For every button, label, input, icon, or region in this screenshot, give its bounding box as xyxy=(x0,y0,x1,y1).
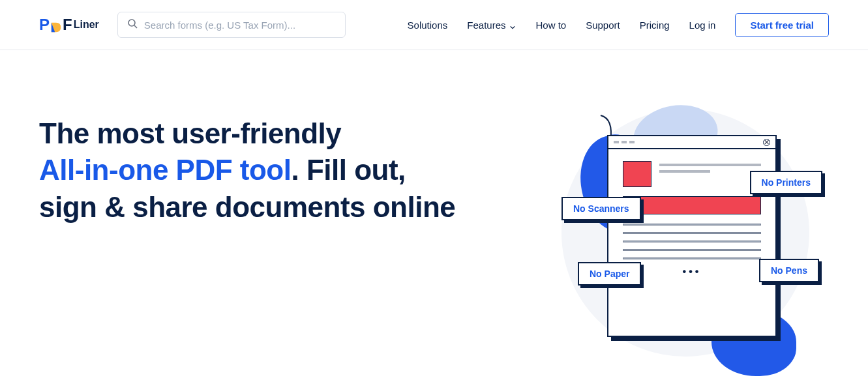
nav-solutions[interactable]: Solutions xyxy=(408,20,448,31)
hero-line2-after: . Fill out, xyxy=(291,154,405,186)
illustration: ✕ xyxy=(568,115,803,363)
badge-no-paper: No Paper xyxy=(578,262,641,285)
badge-no-scanners: No Scanners xyxy=(561,197,641,220)
doc-dots-icon xyxy=(614,141,635,143)
search-box[interactable] xyxy=(117,12,346,38)
svg-point-0 xyxy=(128,20,135,26)
logo[interactable]: P F Liner xyxy=(39,16,99,34)
hero-illustration-wrap: ✕ xyxy=(542,115,829,363)
nav-login[interactable]: Log in xyxy=(689,20,716,31)
nav-support[interactable]: Support xyxy=(586,20,620,31)
doc-close-icon: ✕ xyxy=(763,139,770,146)
doc-titlebar: ✕ xyxy=(608,136,775,149)
logo-letter-p: P xyxy=(39,16,50,34)
nav-features-label: Features xyxy=(467,20,505,31)
hero-section: The most user-friendly All-in-one PDF to… xyxy=(0,50,868,380)
hero-accent: All-in-one PDF tool xyxy=(39,154,291,186)
logo-icon xyxy=(50,19,62,31)
document-mock: ✕ xyxy=(607,135,777,337)
svg-line-1 xyxy=(134,25,137,28)
search-icon xyxy=(127,18,138,31)
red-square-icon xyxy=(623,161,651,187)
hero-line3: sign & share documents online xyxy=(39,191,455,223)
main-nav: Solutions Features How to Support Pricin… xyxy=(408,13,829,37)
nav-features[interactable]: Features xyxy=(467,20,516,31)
logo-suffix: Liner xyxy=(74,19,99,31)
start-trial-button[interactable]: Start free trial xyxy=(735,13,829,37)
logo-letter-f: F xyxy=(63,16,72,34)
hero-line1: The most user-friendly xyxy=(39,117,341,149)
hero-title: The most user-friendly All-in-one PDF to… xyxy=(39,115,516,226)
dots-icon: ••• xyxy=(623,266,761,278)
nav-howto[interactable]: How to xyxy=(535,20,566,31)
hero-text: The most user-friendly All-in-one PDF to… xyxy=(39,115,516,363)
badge-no-pens: No Pens xyxy=(759,259,819,282)
header: P F Liner Solutions Fe xyxy=(0,0,868,50)
red-bar-icon xyxy=(623,196,761,214)
chevron-down-icon xyxy=(509,22,516,28)
search-input[interactable] xyxy=(144,20,336,31)
nav-pricing[interactable]: Pricing xyxy=(640,20,670,31)
badge-no-printers: No Printers xyxy=(750,171,822,194)
